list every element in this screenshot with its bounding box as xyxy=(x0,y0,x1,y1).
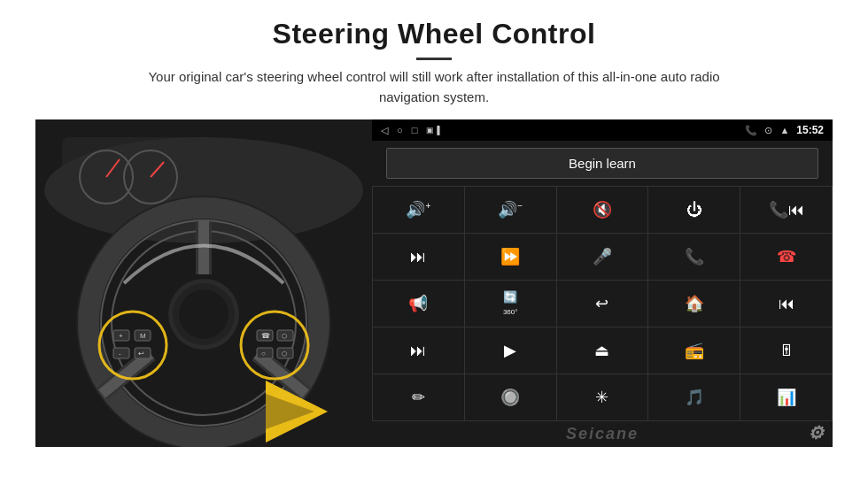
svg-text:⬡: ⬡ xyxy=(282,350,287,357)
power-icon: ⏻ xyxy=(686,201,702,219)
eq-icon: 🎚 xyxy=(779,342,794,360)
wifi-status-icon: ▲ xyxy=(779,125,789,135)
home-button[interactable]: 🏠 xyxy=(648,281,740,327)
back-button[interactable]: ↩ xyxy=(557,281,648,327)
rewind-button[interactable]: ⏮ xyxy=(740,281,832,327)
svg-point-19 xyxy=(179,289,229,339)
eq-button[interactable]: 🎚 xyxy=(740,327,832,373)
vol-up-button[interactable]: 🔊+ xyxy=(373,187,464,233)
end-call-button[interactable]: ☎ xyxy=(740,234,832,280)
prev-track-button[interactable]: 📞⏮ xyxy=(740,187,832,233)
custom1-button[interactable]: 🔘 xyxy=(465,374,556,420)
navigate-button[interactable]: ▶ xyxy=(465,327,556,373)
eject-icon: ⏏ xyxy=(594,341,609,360)
title-divider xyxy=(416,58,452,60)
navigate-icon: ▶ xyxy=(504,341,516,360)
speaker-button[interactable]: 📢 xyxy=(373,281,464,327)
skip-next-button[interactable]: ⏭ xyxy=(373,234,464,280)
mic-icon: 🎤 xyxy=(593,247,612,266)
fast-forward-button[interactable]: ⏩ xyxy=(465,234,556,280)
skip-fwd-icon: ⏭ xyxy=(410,342,426,360)
bluetooth-button[interactable]: ✳ xyxy=(557,374,648,420)
call-icon: 📞 xyxy=(685,247,704,266)
mute-icon: 🔇 xyxy=(593,200,612,219)
back-icon: ↩ xyxy=(595,294,608,313)
edit-button[interactable]: ✏ xyxy=(373,374,464,420)
svg-text:-: - xyxy=(119,350,121,358)
watermark-bar: Seicane ⚙ xyxy=(372,421,833,447)
vol-down-button[interactable]: 🔊− xyxy=(465,187,556,233)
spectrum-icon: 📊 xyxy=(777,388,796,407)
status-left: ◁ ○ □ ▣▐ xyxy=(381,125,440,136)
custom1-icon: 🔘 xyxy=(500,388,520,407)
svg-text:↩: ↩ xyxy=(138,350,144,358)
android-ui: ◁ ○ □ ▣▐ 📞 ⊙ ▲ 15:52 Begin learn xyxy=(372,119,833,447)
svg-text:○: ○ xyxy=(261,350,266,358)
360-button[interactable]: 🔄360° xyxy=(465,281,556,327)
fast-forward-icon: ⏩ xyxy=(500,247,520,266)
call-button[interactable]: 📞 xyxy=(648,234,740,280)
page-title: Steering Wheel Control xyxy=(35,18,833,50)
svg-text:M: M xyxy=(140,332,146,340)
skip-next-icon: ⏭ xyxy=(410,248,426,266)
prev-track-icon: 📞⏮ xyxy=(769,200,804,219)
phone-status-icon: 📞 xyxy=(745,125,757,136)
settings-gear-icon[interactable]: ⚙ xyxy=(808,422,825,443)
edit-icon: ✏ xyxy=(412,388,425,407)
music-icon: 🎵 xyxy=(685,388,704,407)
clock: 15:52 xyxy=(796,124,824,136)
begin-learn-bar: Begin learn xyxy=(372,141,833,186)
page-container: Steering Wheel Control Your original car… xyxy=(0,0,868,447)
radio-button[interactable]: 📻 xyxy=(648,327,740,373)
signal-icon: ▣▐ xyxy=(426,126,439,135)
bluetooth-icon: ✳ xyxy=(595,388,608,407)
svg-text:⬡: ⬡ xyxy=(282,333,287,339)
svg-rect-23 xyxy=(113,348,129,358)
status-right: 📞 ⊙ ▲ 15:52 xyxy=(745,124,824,136)
svg-text:☎: ☎ xyxy=(261,332,270,340)
location-status-icon: ⊙ xyxy=(764,125,772,136)
seicane-text: Seicane xyxy=(566,425,639,443)
status-bar: ◁ ○ □ ▣▐ 📞 ⊙ ▲ 15:52 xyxy=(372,119,833,141)
recents-nav-icon[interactable]: □ xyxy=(412,125,418,135)
begin-learn-button[interactable]: Begin learn xyxy=(386,148,818,179)
music-button[interactable]: 🎵 xyxy=(648,374,740,420)
vol-up-icon: 🔊+ xyxy=(406,200,430,219)
page-subtitle: Your original car's steering wheel contr… xyxy=(124,67,744,107)
home-nav-icon[interactable]: ○ xyxy=(397,125,403,135)
car-image: + M - ↩ ☎ ⬡ ○ ⬡ xyxy=(35,119,372,447)
rewind-icon: ⏮ xyxy=(779,295,794,313)
mute-button[interactable]: 🔇 xyxy=(557,187,648,233)
svg-text:+: + xyxy=(119,332,123,340)
back-nav-icon[interactable]: ◁ xyxy=(381,125,388,136)
controls-grid: 🔊+ 🔊− 🔇 ⏻ 📞⏮ ⏭ ⏩ xyxy=(372,186,833,421)
home-icon: 🏠 xyxy=(685,294,704,313)
title-section: Steering Wheel Control Your original car… xyxy=(35,18,833,107)
content-area: + M - ↩ ☎ ⬡ ○ ⬡ xyxy=(35,119,833,447)
speaker-icon: 📢 xyxy=(408,294,428,313)
spectrum-button[interactable]: 📊 xyxy=(740,374,832,420)
end-call-icon: ☎ xyxy=(777,247,796,266)
eject-button[interactable]: ⏏ xyxy=(557,327,648,373)
radio-icon: 📻 xyxy=(685,341,704,360)
mic-button[interactable]: 🎤 xyxy=(557,234,648,280)
vol-down-icon: 🔊− xyxy=(498,200,523,219)
360-icon: 🔄360° xyxy=(503,290,518,317)
skip-fwd-button[interactable]: ⏭ xyxy=(373,327,464,373)
power-button[interactable]: ⏻ xyxy=(648,187,740,233)
